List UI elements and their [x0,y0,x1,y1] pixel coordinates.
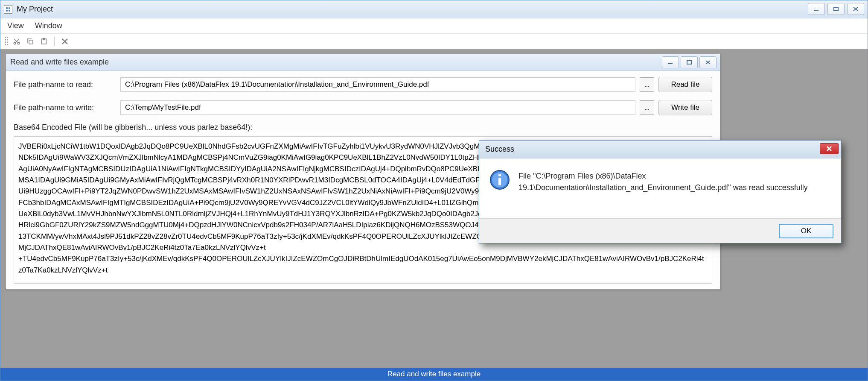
close-button[interactable] [847,3,864,15]
dialog-title-text: Success [485,145,514,154]
write-browse-button[interactable]: ... [640,100,654,115]
delete-icon[interactable] [60,36,70,47]
svg-rect-5 [834,7,838,11]
child-title: Read and write files example [10,58,109,67]
child-maximize-button[interactable] [681,56,698,68]
toolbar-separator [54,37,55,46]
ok-button[interactable]: OK [779,224,833,238]
menu-window[interactable]: Window [35,21,62,30]
maximize-button[interactable] [827,3,845,15]
app-title: My Project [17,5,53,14]
copy-icon[interactable] [25,36,35,47]
write-file-button[interactable]: Write file [658,100,712,115]
read-file-button[interactable]: Read file [658,77,712,92]
svg-rect-2 [6,10,8,12]
svg-rect-0 [6,7,8,9]
child-minimize-button[interactable] [662,56,679,68]
child-close-button[interactable] [699,56,717,68]
dialog-message: File "C:\Program Files (x86)\DataFlex 19… [518,170,831,207]
minimize-button[interactable] [808,3,825,15]
app-icon [4,5,12,14]
output-label: Base64 Encoded File (will be gibberish..… [14,123,712,132]
dialog-titlebar: Success [479,141,841,158]
cut-icon[interactable] [12,36,22,47]
info-icon [489,170,510,190]
svg-rect-22 [687,61,691,64]
main-window: My Project View Window [0,0,868,381]
window-controls [808,3,864,15]
paste-icon[interactable] [39,36,49,47]
read-path-label: File path-name to read: [14,80,116,89]
toolbar [0,34,868,49]
svg-rect-1 [9,7,10,9]
status-text: Read and write files example [387,370,481,378]
dialog-footer: OK [479,218,841,243]
menubar: View Window [0,18,868,34]
titlebar: My Project [0,0,868,18]
child-window-controls [662,56,717,68]
success-dialog: Success File "C:\Program Files (x86)\Dat… [479,140,842,243]
write-path-input[interactable] [120,100,635,115]
svg-point-29 [498,174,501,176]
svg-rect-3 [9,10,10,12]
menu-view[interactable]: View [7,21,24,30]
write-path-label: File path-name to write: [14,103,116,112]
svg-rect-12 [29,40,33,44]
svg-rect-30 [498,178,501,185]
dialog-close-button[interactable] [820,143,839,154]
read-path-input[interactable] [120,77,635,92]
statusbar: Read and write files example [0,368,868,381]
dialog-body: File "C:\Program Files (x86)\DataFlex 19… [479,158,841,218]
child-titlebar: Read and write files example [6,54,720,71]
toolbar-grip [5,37,8,46]
read-browse-button[interactable]: ... [640,77,654,92]
